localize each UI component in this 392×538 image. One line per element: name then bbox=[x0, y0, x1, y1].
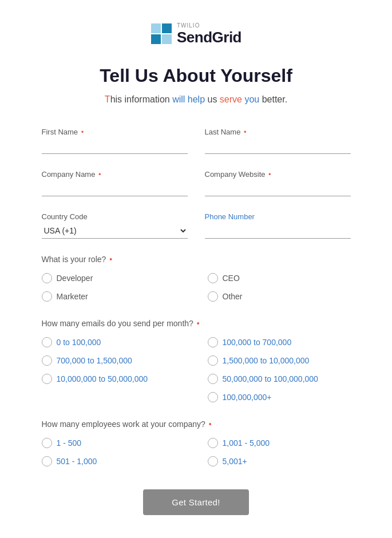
first-name-label: First Name • bbox=[42, 128, 188, 136]
emails-50m-100m-label: 50,000,000 to 100,000,000 bbox=[223, 374, 318, 383]
svg-rect-1 bbox=[162, 23, 172, 33]
get-started-button[interactable]: Get Started! bbox=[143, 489, 248, 515]
phone-number-label: Phone Number bbox=[205, 212, 351, 221]
emails-10m-50m-item[interactable]: 10,000,000 to 50,000,000 bbox=[42, 374, 185, 384]
first-name-required: • bbox=[79, 128, 84, 136]
company-website-label: Company Website • bbox=[205, 170, 351, 179]
employees-1-500-label: 1 - 500 bbox=[57, 438, 82, 448]
role-label-text: What is your role? bbox=[42, 255, 106, 264]
subtitle-help: help bbox=[188, 94, 205, 104]
role-marketer-radio[interactable] bbox=[42, 291, 52, 302]
company-name-required: • bbox=[96, 170, 101, 179]
last-name-label: Last Name • bbox=[205, 128, 351, 136]
subtitle-his: his information bbox=[110, 94, 173, 104]
employees-501-1000-item[interactable]: 501 - 1,000 bbox=[42, 456, 185, 466]
emails-100k-700k-label: 100,000 to 700,000 bbox=[223, 338, 292, 347]
page-subtitle: This information will help us serve you … bbox=[105, 94, 287, 105]
phone-number-input[interactable] bbox=[205, 224, 351, 239]
last-name-input[interactable] bbox=[205, 140, 351, 154]
last-name-required: • bbox=[241, 128, 246, 136]
country-code-label: Country Code bbox=[42, 212, 188, 221]
emails-section-label: How many emails do you send per month? • bbox=[42, 319, 351, 328]
emails-10m-50m-label: 10,000,000 to 50,000,000 bbox=[57, 374, 148, 383]
company-website-input[interactable] bbox=[205, 182, 351, 196]
role-developer-item[interactable]: Developer bbox=[42, 273, 185, 283]
emails-section: How many emails do you send per month? •… bbox=[42, 319, 351, 402]
emails-0-100k-item[interactable]: 0 to 100,000 bbox=[42, 337, 185, 347]
role-marketer-label: Marketer bbox=[57, 292, 88, 301]
role-developer-radio[interactable] bbox=[42, 273, 52, 283]
name-row: First Name • Last Name • bbox=[42, 128, 351, 154]
role-section: What is your role? • Developer CEO Marke… bbox=[42, 255, 351, 302]
emails-50m-100m-radio[interactable] bbox=[208, 374, 218, 384]
logo-area: TWILIO SendGrid bbox=[151, 23, 241, 45]
form-container: First Name • Last Name • Company Name • bbox=[42, 128, 351, 515]
role-marketer-item[interactable]: Marketer bbox=[42, 291, 185, 302]
emails-radio-group: 0 to 100,000 100,000 to 700,000 700,000 … bbox=[42, 337, 351, 402]
svg-rect-2 bbox=[151, 34, 161, 44]
phone-number-field: Phone Number bbox=[205, 212, 351, 239]
employees-5001-plus-radio[interactable] bbox=[208, 456, 218, 466]
employees-501-1000-radio[interactable] bbox=[42, 456, 52, 466]
emails-700k-1.5m-item[interactable]: 700,000 to 1,500,000 bbox=[42, 355, 185, 366]
submit-button-wrapper: Get Started! bbox=[42, 489, 351, 515]
first-name-field: First Name • bbox=[42, 128, 188, 154]
page-title: Tell Us About Yourself bbox=[100, 65, 292, 86]
country-code-field: Country Code USA (+1) UK (+44) Canada (+… bbox=[42, 212, 188, 239]
emails-700k-1.5m-label: 700,000 to 1,500,000 bbox=[57, 356, 132, 365]
company-website-field: Company Website • bbox=[205, 170, 351, 196]
employees-label-text: How many employees work at your company? bbox=[42, 420, 205, 429]
emails-100m-plus-label: 100,000,000+ bbox=[223, 393, 272, 402]
first-name-input[interactable] bbox=[42, 140, 188, 154]
subtitle-will: will bbox=[172, 94, 185, 104]
role-ceo-item[interactable]: CEO bbox=[208, 273, 351, 283]
company-row: Company Name • Company Website • bbox=[42, 170, 351, 196]
last-name-field: Last Name • bbox=[205, 128, 351, 154]
svg-rect-3 bbox=[162, 34, 172, 44]
role-ceo-label: CEO bbox=[223, 274, 240, 283]
subtitle-t: T bbox=[105, 94, 110, 104]
page-wrapper: TWILIO SendGrid Tell Us About Yourself T… bbox=[0, 0, 392, 538]
emails-0-100k-label: 0 to 100,000 bbox=[57, 338, 101, 347]
role-ceo-radio[interactable] bbox=[208, 273, 218, 283]
twilio-label: TWILIO bbox=[177, 23, 241, 29]
emails-700k-1.5m-radio[interactable] bbox=[42, 355, 52, 366]
role-other-item[interactable]: Other bbox=[208, 291, 351, 302]
employees-1001-5000-radio[interactable] bbox=[208, 438, 218, 448]
emails-1.5m-10m-item[interactable]: 1,500,000 to 10,000,000 bbox=[208, 355, 351, 366]
company-name-label: Company Name • bbox=[42, 170, 188, 179]
employees-501-1000-label: 501 - 1,000 bbox=[57, 457, 97, 466]
emails-100m-plus-radio[interactable] bbox=[208, 392, 218, 402]
emails-100k-700k-item[interactable]: 100,000 to 700,000 bbox=[208, 337, 351, 347]
employees-section: How many employees work at your company?… bbox=[42, 420, 351, 466]
subtitle-you: you bbox=[244, 94, 259, 104]
emails-10m-50m-radio[interactable] bbox=[42, 374, 52, 384]
company-website-required: • bbox=[266, 170, 271, 179]
role-section-label: What is your role? • bbox=[42, 255, 351, 264]
logo-text-area: TWILIO SendGrid bbox=[177, 23, 241, 45]
employees-1-500-radio[interactable] bbox=[42, 438, 52, 448]
role-developer-label: Developer bbox=[57, 274, 93, 283]
sendgrid-label: SendGrid bbox=[177, 30, 241, 45]
employees-1-500-item[interactable]: 1 - 500 bbox=[42, 438, 185, 448]
role-other-radio[interactable] bbox=[208, 291, 218, 302]
employees-1001-5000-label: 1,001 - 5,000 bbox=[223, 438, 270, 448]
employees-1001-5000-item[interactable]: 1,001 - 5,000 bbox=[208, 438, 351, 448]
emails-1.5m-10m-label: 1,500,000 to 10,000,000 bbox=[223, 356, 310, 365]
employees-section-label: How many employees work at your company?… bbox=[42, 420, 351, 429]
employees-5001-plus-item[interactable]: 5,001+ bbox=[208, 456, 351, 466]
role-other-label: Other bbox=[223, 292, 243, 301]
role-radio-group: Developer CEO Marketer Other bbox=[42, 273, 351, 302]
employees-5001-plus-label: 5,001+ bbox=[223, 457, 247, 466]
emails-100k-700k-radio[interactable] bbox=[208, 337, 218, 347]
employees-radio-group: 1 - 500 1,001 - 5,000 501 - 1,000 5,001+ bbox=[42, 438, 351, 466]
emails-100m-plus-item[interactable]: 100,000,000+ bbox=[208, 392, 351, 402]
company-name-input[interactable] bbox=[42, 182, 188, 196]
emails-50m-100m-item[interactable]: 50,000,000 to 100,000,000 bbox=[208, 374, 351, 384]
emails-label-text: How many emails do you send per month? bbox=[42, 319, 193, 328]
emails-0-100k-radio[interactable] bbox=[42, 337, 52, 347]
emails-1.5m-10m-radio[interactable] bbox=[208, 355, 218, 366]
company-name-field: Company Name • bbox=[42, 170, 188, 196]
phone-row: Country Code USA (+1) UK (+44) Canada (+… bbox=[42, 212, 351, 239]
country-code-select[interactable]: USA (+1) UK (+44) Canada (+1) bbox=[42, 223, 188, 239]
